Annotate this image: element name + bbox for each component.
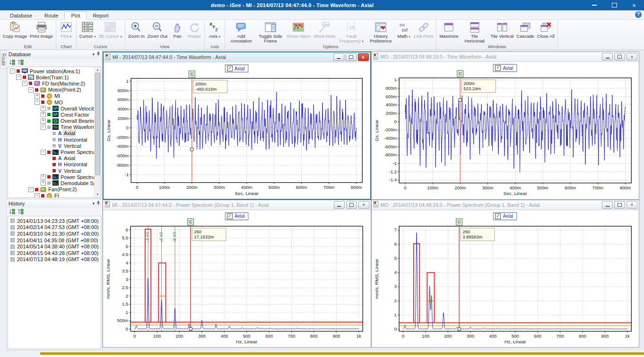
ribbon-button-tile-vertical[interactable]: Tile Vertical bbox=[489, 21, 515, 39]
chart-canvas[interactable]: 01002003004005006007008009001k76543210Hz… bbox=[372, 210, 639, 348]
ribbon-button-copy-image[interactable]: Copy Image bbox=[1, 21, 28, 39]
pin-icon[interactable] bbox=[96, 201, 100, 207]
legend-checkbox-icon[interactable]: ✓ bbox=[227, 66, 233, 71]
tree-item-horizontal[interactable]: HHorizontal bbox=[9, 136, 94, 143]
series-legend[interactable]: ✓Axial bbox=[225, 212, 249, 220]
ribbon-button-cursor[interactable]: Cursor ▾ bbox=[78, 21, 97, 39]
legend-checkbox-icon[interactable]: ✓ bbox=[495, 213, 501, 219]
ribbon-button-link-plots[interactable]: Link Plots bbox=[412, 21, 435, 39]
tree-expander-icon[interactable]: − bbox=[16, 75, 21, 80]
ribbon-button-toggle-side-frame[interactable]: Toggle Side Frame bbox=[256, 21, 285, 44]
tree-item-overall-bearing[interactable]: +Overall Bearing bbox=[9, 118, 94, 124]
tree-item-power-spectrum-gr[interactable]: +Power Spectrum (Gr... bbox=[9, 174, 94, 180]
menu-tab-route[interactable]: Route bbox=[38, 12, 64, 19]
menu-tab-plot[interactable]: Plot bbox=[64, 11, 87, 20]
tree-expander-icon[interactable]: − bbox=[28, 187, 34, 192]
tree-expander-icon[interactable]: + bbox=[41, 119, 46, 124]
mdi-close-button[interactable]: × bbox=[358, 53, 369, 61]
ribbon-button-pan[interactable]: Pan bbox=[169, 21, 186, 39]
tree-item-mo[interactable]: −MO bbox=[9, 99, 94, 105]
tree-item-crest-factor[interactable]: +Crest Factor bbox=[9, 111, 94, 118]
tree-scrollbar[interactable]: ▲ ▼ bbox=[94, 67, 101, 197]
app-close-button[interactable]: × bbox=[624, 0, 644, 10]
tree-expander-icon[interactable]: − bbox=[22, 81, 27, 86]
mdi-window-titlebar[interactable]: MO - 2014/07/13 04:48:19.0 - Time Wavefo… bbox=[372, 52, 639, 62]
ribbon-button-history-preference[interactable]: History Preference bbox=[366, 21, 395, 44]
menu-tab-report[interactable]: Report bbox=[87, 12, 114, 19]
chart-canvas[interactable]: 0100m200m300m400m500m600m700m800m1800m60… bbox=[104, 62, 370, 199]
help-icon[interactable]: ? bbox=[635, 11, 642, 18]
history-item[interactable]: 2014/03/10 04:31:30 (GMT +08:00) bbox=[9, 230, 101, 237]
mdi-close-button[interactable]: × bbox=[627, 201, 637, 209]
ribbon-button-axis[interactable]: XYZAxis ▾ bbox=[206, 21, 223, 39]
series-legend[interactable]: ✓Axial bbox=[493, 64, 517, 72]
history-item[interactable]: 2014/01/13 04:23:23 (GMT +08:00) bbox=[9, 218, 101, 224]
ribbon-button-cascade[interactable]: Cascade bbox=[515, 21, 536, 39]
tree-item-vertical[interactable]: VVertical bbox=[9, 168, 94, 174]
tree-item-fd-fan-machine-2[interactable]: −FD fan(Machine:2) bbox=[9, 80, 94, 86]
history-item[interactable]: 2014/05/14 04:38:40 (GMT +08:00) bbox=[9, 243, 101, 250]
tree-expander-icon[interactable]: + bbox=[41, 180, 46, 186]
mdi-close-button[interactable]: × bbox=[358, 201, 369, 209]
legend-checkbox-icon[interactable]: ✓ bbox=[227, 213, 233, 219]
mdi-minimize-button[interactable] bbox=[334, 201, 345, 209]
tree-item-motor-point-2[interactable]: −Motor(Point:2) bbox=[9, 87, 94, 93]
route-side-tab[interactable]: Route bbox=[0, 51, 7, 69]
ribbon-button-rotate[interactable]: Rotate bbox=[186, 21, 203, 39]
ribbon-button-3d-cursor[interactable]: 3D Cursor ▾ bbox=[97, 21, 123, 39]
ribbon-button-close-all[interactable]: Close All bbox=[536, 21, 556, 39]
mdi-window-titlebar[interactable]: MI - 2014/07/13 04:47:44.0 - Power Spect… bbox=[103, 200, 371, 210]
ribbon-button-math[interactable]: IntDifMath ▾ bbox=[395, 21, 412, 39]
ribbon-button-add-annotation[interactable]: Add Annotation bbox=[226, 21, 256, 44]
mdi-minimize-button[interactable] bbox=[602, 53, 613, 60]
ribbon-button-zoom-out[interactable]: Zoom Out bbox=[146, 21, 169, 39]
ribbon-button-tile-horizontal[interactable]: Tile Horizontal bbox=[460, 21, 489, 44]
ribbon-button-maximize[interactable]: Maximize bbox=[438, 21, 460, 39]
tree-item-axial[interactable]: AAxial bbox=[9, 155, 94, 162]
mdi-restore-button[interactable] bbox=[614, 53, 625, 60]
tree-expander-icon[interactable]: + bbox=[35, 94, 40, 99]
chart-canvas[interactable]: 1X 1*1X 2*1X 3*0100200300400500600700800… bbox=[103, 210, 371, 348]
app-minimize-button[interactable] bbox=[584, 0, 604, 10]
tree-item-horizontal[interactable]: HHorizontal bbox=[9, 162, 94, 168]
tree-expander-icon[interactable]: − bbox=[35, 193, 40, 197]
tree-expander-icon[interactable]: − bbox=[35, 100, 40, 105]
tree-expander-icon[interactable]: + bbox=[41, 106, 46, 111]
mdi-minimize-button[interactable] bbox=[333, 53, 344, 61]
series-legend[interactable]: ✓Axial bbox=[225, 65, 249, 72]
sort-tree-icon[interactable] bbox=[9, 208, 15, 216]
expand-tree-icon[interactable] bbox=[17, 59, 24, 67]
mdi-minimize-button[interactable] bbox=[602, 201, 613, 209]
legend-checkbox-icon[interactable]: ✓ bbox=[495, 65, 501, 71]
tree-expander-icon[interactable]: − bbox=[41, 125, 46, 130]
ribbon-button-plot[interactable]: Plot ▾ bbox=[58, 21, 75, 39]
history-item[interactable]: 2014/04/11 04:35:08 (GMT +08:00) bbox=[9, 237, 101, 244]
scroll-up-icon[interactable]: ▲ bbox=[95, 67, 101, 73]
tree-item-time-waveform[interactable]: −Time Waveform bbox=[9, 124, 94, 130]
scroll-down-icon[interactable]: ▼ bbox=[95, 192, 101, 197]
series-legend[interactable]: ✓Axial bbox=[493, 212, 517, 220]
ribbon-button-show-alarm[interactable]: Show Alarm bbox=[285, 21, 312, 39]
tree-expander-icon[interactable]: + bbox=[41, 112, 46, 117]
mdi-restore-button[interactable] bbox=[346, 53, 357, 61]
tree-item-fan-point-2[interactable]: −Fan(Point:2) bbox=[9, 187, 94, 193]
panel-menu-chevron-icon[interactable]: ▾ bbox=[92, 52, 95, 57]
scrollbar-thumb[interactable] bbox=[95, 73, 100, 175]
tree-expander-icon[interactable]: + bbox=[41, 174, 46, 179]
ribbon-button-fault-frequency[interactable]: 1XFault Frequency ▾ bbox=[337, 21, 366, 44]
ribbon-button-zoom-in[interactable]: Zoom In bbox=[127, 21, 146, 39]
sort-tree-icon[interactable] bbox=[9, 59, 15, 67]
mdi-close-button[interactable]: × bbox=[627, 53, 637, 60]
app-restore-button[interactable] bbox=[604, 0, 624, 10]
tree-expander-icon[interactable]: − bbox=[28, 87, 34, 93]
history-item[interactable]: 2014/07/13 04:48:19 (GMT +08:00) bbox=[9, 256, 101, 263]
tree-item-demodulate-spectru[interactable]: +Demodulate Spectru... bbox=[9, 180, 94, 186]
ribbon-button-print-image[interactable]: Print Image bbox=[28, 21, 54, 39]
mdi-window-titlebar[interactable]: MI - 2014/07/13 04:47:44.0 - Time Wavefo… bbox=[104, 52, 370, 62]
chart-canvas[interactable]: 0100m200m300m400m500m600m700m800m1800m60… bbox=[372, 62, 639, 199]
ribbon-button-show-note[interactable]: NoteShow Note bbox=[312, 21, 337, 39]
tree-item-power-station-area-1[interactable]: −Power station(Area:1) bbox=[9, 68, 94, 74]
tree-expander-icon[interactable]: − bbox=[41, 150, 46, 155]
tree-item-boiler-train-1[interactable]: −Boiler(Train:1) bbox=[9, 74, 94, 80]
tree-item-fi[interactable]: −FI bbox=[9, 193, 94, 197]
